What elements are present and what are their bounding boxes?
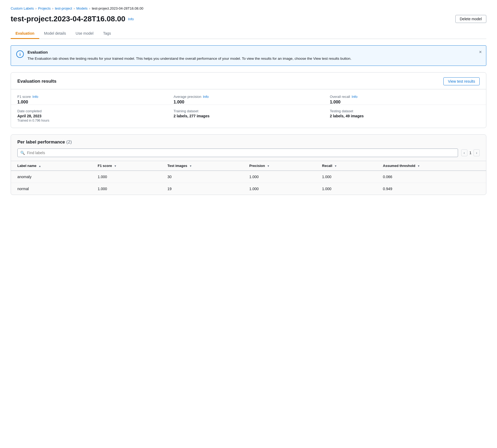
breadcrumb-sep-4: › — [89, 7, 90, 10]
tab-evaluation[interactable]: Evaluation — [11, 29, 39, 39]
avg-precision-metric: Average precision Info 1.000 — [173, 95, 323, 105]
sort-icon-precision[interactable]: ▼ — [267, 165, 270, 167]
date-completed-value: April 28, 2023 — [17, 114, 167, 118]
date-completed-note: Trained in 0.796 hours — [17, 119, 167, 122]
info-banner-title: Evaluation — [27, 50, 351, 54]
th-test-images: Test images ▼ — [161, 161, 243, 171]
pagination-next-button[interactable]: › — [474, 149, 480, 156]
view-test-results-button[interactable]: View test results — [443, 77, 480, 85]
f1-score-metric: F1 score Info 1.000 — [17, 95, 167, 105]
sort-icon-recall[interactable]: ▼ — [334, 165, 337, 167]
breadcrumb-sep-3: › — [74, 7, 75, 10]
info-banner-content: Evaluation The Evaluation tab shows the … — [27, 50, 351, 61]
pagination-page: 1 — [470, 151, 472, 155]
breadcrumb-test-project[interactable]: test-project — [55, 6, 72, 10]
per-label-header: Per label performance (2) — [11, 135, 486, 149]
th-recall: Recall ▼ — [316, 161, 377, 171]
training-dataset-metric: Training dataset 2 labels, 277 images — [173, 109, 323, 122]
sort-icon-assumed-threshold[interactable]: ▼ — [417, 165, 420, 167]
sort-icon-label-name[interactable]: ▲ — [38, 165, 41, 167]
tab-tags[interactable]: Tags — [98, 29, 116, 39]
page-header: test-project.2023-04-28T16.08.00 Info De… — [11, 15, 486, 23]
row-0-f1-score: 1.000 — [91, 171, 161, 183]
overall-recall-metric: Overall recall Info 1.000 — [330, 95, 480, 105]
per-label-table: Label name ▲ F1 score ▼ Test images ▼ Pr… — [11, 161, 486, 195]
breadcrumb-current: test-project.2023-04-28T16.08.00 — [92, 6, 143, 10]
info-banner-close-button[interactable]: × — [479, 49, 482, 55]
avg-precision-info-link[interactable]: Info — [203, 95, 209, 99]
info-banner: i Evaluation The Evaluation tab shows th… — [11, 45, 486, 66]
testing-dataset-value: 2 labels, 49 images — [330, 114, 480, 118]
breadcrumb-models[interactable]: Models — [76, 6, 88, 10]
row-0-test-images: 30 — [161, 171, 243, 183]
info-banner-icon: i — [16, 50, 24, 58]
metrics-bottom-row: Date completed April 28, 2023 Trained in… — [11, 105, 486, 128]
date-completed-metric: Date completed April 28, 2023 Trained in… — [17, 109, 167, 122]
sort-icon-test-images[interactable]: ▼ — [189, 165, 192, 167]
breadcrumb-projects[interactable]: Projects — [38, 6, 51, 10]
search-row: 🔍 ‹ 1 › — [11, 149, 486, 161]
row-1-test-images: 19 — [161, 183, 243, 195]
testing-dataset-metric: Testing dataset 2 labels, 49 images — [330, 109, 480, 122]
breadcrumb-custom-labels[interactable]: Custom Labels — [11, 6, 34, 10]
page-info-link[interactable]: Info — [128, 17, 134, 21]
row-1-label-name: normal — [11, 183, 91, 195]
th-label-name: Label name ▲ — [11, 161, 91, 171]
info-banner-body: The Evaluation tab shows the testing res… — [27, 56, 351, 61]
tab-use-model[interactable]: Use model — [71, 29, 98, 39]
overall-recall-value: 1.000 — [330, 100, 480, 105]
th-precision: Precision ▼ — [243, 161, 315, 171]
table-wrap: Label name ▲ F1 score ▼ Test images ▼ Pr… — [11, 161, 486, 195]
page-title: test-project.2023-04-28T16.08.00 — [11, 15, 125, 23]
find-labels-input[interactable] — [27, 151, 455, 155]
evaluation-results-header: Evaluation results View test results — [11, 73, 486, 89]
evaluation-results-title: Evaluation results — [17, 79, 56, 84]
row-0-precision: 1.000 — [243, 171, 315, 183]
search-input-wrap: 🔍 — [17, 149, 458, 157]
row-1-f1-score: 1.000 — [91, 183, 161, 195]
per-label-card: Per label performance (2) 🔍 ‹ 1 › Label … — [11, 134, 486, 195]
row-0-recall: 1.000 — [316, 171, 377, 183]
avg-precision-value: 1.000 — [173, 100, 323, 105]
row-0-assumed-threshold: 0.066 — [377, 171, 486, 183]
th-f1-score: F1 score ▼ — [91, 161, 161, 171]
sort-icon-f1-score[interactable]: ▼ — [114, 165, 117, 167]
metrics-top-row: F1 score Info 1.000 Average precision In… — [11, 89, 486, 105]
table-row: normal 1.000 19 1.000 1.000 0.949 — [11, 183, 486, 195]
pagination-prev-button[interactable]: ‹ — [461, 149, 467, 156]
th-assumed-threshold: Assumed threshold ▼ — [377, 161, 486, 171]
f1-score-info-link[interactable]: Info — [33, 95, 38, 99]
table-header-row: Label name ▲ F1 score ▼ Test images ▼ Pr… — [11, 161, 486, 171]
breadcrumb: Custom Labels › Projects › test-project … — [11, 6, 486, 10]
search-icon: 🔍 — [20, 151, 25, 155]
row-1-precision: 1.000 — [243, 183, 315, 195]
tabs-bar: Evaluation Model details Use model Tags — [11, 29, 486, 39]
overall-recall-info-link[interactable]: Info — [352, 95, 358, 99]
tab-model-details[interactable]: Model details — [39, 29, 71, 39]
breadcrumb-sep-1: › — [36, 7, 37, 10]
page-title-wrap: test-project.2023-04-28T16.08.00 Info — [11, 15, 134, 23]
row-0-label-name: anomaly — [11, 171, 91, 183]
per-label-title: Per label performance (2) — [17, 139, 72, 145]
row-1-recall: 1.000 — [316, 183, 377, 195]
table-row: anomaly 1.000 30 1.000 1.000 0.066 — [11, 171, 486, 183]
per-label-count: (2) — [66, 139, 72, 145]
training-dataset-value: 2 labels, 277 images — [173, 114, 323, 118]
delete-model-button[interactable]: Delete model — [455, 15, 487, 23]
testing-dataset-label: Testing dataset — [330, 109, 480, 113]
date-completed-label: Date completed — [17, 109, 167, 113]
row-1-assumed-threshold: 0.949 — [377, 183, 486, 195]
training-dataset-label: Training dataset — [173, 109, 323, 113]
avg-precision-label: Average precision Info — [173, 95, 323, 99]
f1-score-label: F1 score Info — [17, 95, 167, 99]
evaluation-results-card: Evaluation results View test results F1 … — [11, 72, 486, 128]
breadcrumb-sep-2: › — [52, 7, 53, 10]
f1-score-value: 1.000 — [17, 100, 167, 105]
overall-recall-label: Overall recall Info — [330, 95, 480, 99]
pagination: ‹ 1 › — [461, 149, 480, 156]
